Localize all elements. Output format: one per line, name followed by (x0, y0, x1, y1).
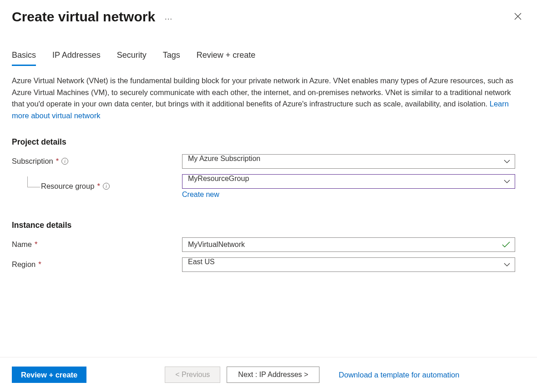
subscription-select[interactable]: My Azure Subscription (182, 154, 515, 169)
required-marker: * (35, 240, 37, 249)
chevron-down-icon (499, 263, 515, 266)
tree-line (27, 176, 40, 187)
previous-button[interactable]: < Previous (165, 367, 220, 383)
close-icon (514, 13, 522, 20)
close-button[interactable] (511, 9, 525, 26)
field-resource-group: MyResourceGroup Create new (182, 174, 515, 199)
region-select[interactable]: East US (182, 257, 515, 272)
footer: Review + create < Previous Next : IP Add… (0, 357, 537, 392)
label-name: Name * (12, 240, 182, 249)
resource-group-label-text: Resource group (41, 182, 94, 191)
chevron-down-icon (499, 180, 515, 183)
tab-security[interactable]: Security (117, 48, 147, 66)
tab-review-create[interactable]: Review + create (197, 48, 256, 66)
label-resource-group: Resource group * i (12, 182, 182, 191)
tab-tags[interactable]: Tags (163, 48, 180, 66)
checkmark-icon (497, 241, 515, 248)
region-value: East US (182, 258, 499, 271)
subscription-value: My Azure Subscription (182, 155, 499, 168)
subscription-label-text: Subscription (12, 157, 53, 166)
required-marker: * (56, 157, 59, 166)
info-icon[interactable]: i (103, 183, 110, 190)
resource-group-value: MyResourceGroup (182, 175, 499, 188)
create-new-link[interactable]: Create new (182, 191, 219, 199)
title-text: Create virtual network (12, 9, 155, 25)
row-name: Name * (12, 237, 525, 252)
intro-body: Azure Virtual Network (VNet) is the fund… (12, 76, 513, 108)
row-subscription: Subscription * i My Azure Subscription (12, 154, 525, 169)
tabs: Basics IP Addresses Security Tags Review… (0, 26, 537, 66)
review-create-button[interactable]: Review + create (12, 367, 86, 383)
page-title: Create virtual network … (12, 9, 173, 25)
project-details-title: Project details (12, 137, 525, 147)
section-instance-details: Instance details Name * Region * (12, 221, 525, 272)
instance-details-title: Instance details (12, 221, 525, 230)
field-region: East US (182, 257, 515, 272)
info-icon[interactable]: i (61, 158, 68, 165)
name-input[interactable] (182, 238, 497, 251)
field-subscription: My Azure Subscription (182, 154, 515, 169)
header: Create virtual network … (0, 0, 537, 26)
more-icon[interactable]: … (164, 12, 173, 22)
row-region: Region * East US (12, 257, 525, 272)
chevron-down-icon (499, 160, 515, 163)
tab-ip-addresses[interactable]: IP Addresses (52, 48, 101, 66)
label-subscription: Subscription * i (12, 157, 182, 166)
name-label-text: Name (12, 240, 32, 249)
name-input-wrap (182, 237, 515, 252)
required-marker: * (38, 260, 41, 269)
resource-group-select[interactable]: MyResourceGroup (182, 174, 515, 189)
tab-basics[interactable]: Basics (12, 48, 36, 66)
field-name (182, 237, 515, 252)
intro-text: Azure Virtual Network (VNet) is the fund… (12, 75, 525, 122)
region-label-text: Region (12, 260, 35, 269)
row-resource-group: Resource group * i MyResourceGroup Creat… (12, 174, 525, 199)
next-button[interactable]: Next : IP Addresses > (227, 367, 319, 383)
content: Azure Virtual Network (VNet) is the fund… (0, 66, 537, 272)
section-project-details: Project details Subscription * i My Azur… (12, 137, 525, 199)
required-marker: * (97, 182, 100, 191)
download-template-link[interactable]: Download a template for automation (339, 371, 459, 379)
label-region: Region * (12, 260, 182, 269)
